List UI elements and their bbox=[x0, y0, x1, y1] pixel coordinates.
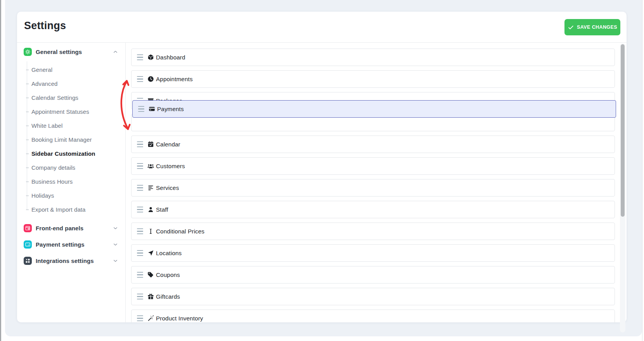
sidebar-item-advanced[interactable]: Advanced bbox=[31, 80, 58, 88]
drag-handle-icon[interactable] bbox=[137, 228, 143, 234]
sidebar-item-export-import-data[interactable]: Export & Import data bbox=[31, 206, 86, 214]
staff-icon bbox=[147, 206, 154, 213]
chevron-up-icon bbox=[113, 49, 118, 55]
menu-row-label: Dashboard bbox=[156, 54, 185, 61]
tree-tick bbox=[26, 125, 29, 126]
payments-icon bbox=[149, 106, 155, 112]
drag-handle-icon[interactable] bbox=[137, 250, 143, 256]
menu-row-dashboard[interactable]: Dashboard bbox=[131, 49, 615, 66]
coupons-icon bbox=[147, 271, 154, 278]
menu-row-payments-dragging[interactable]: Payments bbox=[132, 100, 616, 118]
menu-row-label: Staff bbox=[156, 206, 168, 213]
tree-tick bbox=[26, 153, 29, 154]
sidebar-group-label: Payment settings bbox=[36, 241, 85, 248]
sidebar-item-booking-limit-manager[interactable]: Booking Limit Manager bbox=[31, 136, 92, 144]
menu-row-product-inventory[interactable]: Product Inventory bbox=[131, 310, 615, 322]
gear-icon bbox=[24, 48, 32, 56]
tree-tick bbox=[26, 111, 29, 112]
settings-card: Settings SAVE CHANGES General settingsGe… bbox=[17, 12, 627, 322]
menu-row-services[interactable]: Services bbox=[131, 179, 615, 197]
card-header: Settings SAVE CHANGES bbox=[17, 12, 627, 43]
drag-handle-icon[interactable] bbox=[138, 106, 144, 112]
menu-row-coupons[interactable]: Coupons bbox=[131, 266, 615, 284]
save-button-label: SAVE CHANGES bbox=[577, 24, 617, 30]
menu-row-label: Giftcards bbox=[156, 293, 180, 300]
sidebar-item-appointment-statuses[interactable]: Appointment Statuses bbox=[31, 108, 89, 116]
menu-row-appointments[interactable]: Appointments bbox=[131, 70, 615, 88]
tree-tick bbox=[26, 97, 29, 98]
tree-tick bbox=[26, 70, 29, 70]
sidebar-group-front-end-panels[interactable]: Front-end panels bbox=[17, 223, 125, 234]
scrollbar-thumb[interactable] bbox=[621, 44, 625, 217]
drag-handle-icon[interactable] bbox=[137, 272, 143, 278]
drag-handle-icon[interactable] bbox=[137, 207, 143, 212]
conditional-prices-icon bbox=[147, 228, 154, 235]
drag-handle-icon[interactable] bbox=[137, 54, 143, 60]
sidebar-group-label: Front-end panels bbox=[36, 225, 83, 231]
menu-row-locations[interactable]: Locations bbox=[131, 244, 615, 262]
menu-row-customers[interactable]: Customers bbox=[131, 157, 615, 175]
menu-row-label: Appointments bbox=[156, 76, 193, 82]
giftcards-icon bbox=[147, 293, 154, 300]
sidebar-item-company-details[interactable]: Company details bbox=[31, 164, 75, 172]
menu-row-label: Conditional Prices bbox=[156, 228, 204, 235]
menu-row-label: Product Inventory bbox=[156, 315, 203, 322]
sidebar-group-label: General settings bbox=[36, 49, 82, 55]
drag-handle-icon[interactable] bbox=[137, 294, 143, 299]
window-edge-left bbox=[0, 0, 1, 341]
settings-page: Settings SAVE CHANGES General settingsGe… bbox=[0, 0, 644, 341]
appointments-icon bbox=[147, 76, 154, 82]
tree-tick bbox=[26, 84, 29, 84]
sidebar-item-general[interactable]: General bbox=[31, 66, 52, 74]
calendar-icon bbox=[147, 141, 154, 148]
sidebar-item-holidays[interactable]: Holidays bbox=[31, 192, 54, 200]
window-edge-right bbox=[642, 0, 642, 341]
save-changes-button[interactable]: SAVE CHANGES bbox=[564, 19, 620, 35]
drag-handle-icon[interactable] bbox=[137, 141, 143, 147]
sidebar-item-business-hours[interactable]: Business Hours bbox=[31, 178, 73, 186]
product-inventory-icon bbox=[147, 315, 154, 322]
sidebar-nav: General settingsGeneralAdvancedCalendar … bbox=[17, 43, 125, 322]
services-icon bbox=[147, 184, 154, 191]
chevron-down-icon bbox=[113, 258, 118, 264]
check-icon bbox=[568, 24, 574, 31]
menu-row-label: Payments bbox=[157, 106, 184, 112]
sidebar-item-white-label[interactable]: White Label bbox=[31, 122, 62, 130]
chevron-down-icon bbox=[113, 242, 118, 247]
tree-tick bbox=[26, 195, 29, 196]
frontend-panels-icon bbox=[24, 224, 32, 232]
sidebar-group-label: Integrations settings bbox=[36, 257, 94, 264]
drag-handle-icon[interactable] bbox=[137, 185, 143, 191]
menu-row-giftcards[interactable]: Giftcards bbox=[131, 288, 615, 305]
drag-handle-icon[interactable] bbox=[137, 163, 143, 169]
locations-icon bbox=[147, 250, 154, 256]
page-title: Settings bbox=[24, 20, 66, 32]
menu-row-label: Calendar bbox=[156, 141, 180, 148]
menu-row-calendar[interactable]: Calendar bbox=[131, 136, 615, 153]
chevron-down-icon bbox=[113, 225, 118, 231]
tree-tick bbox=[26, 167, 29, 168]
integrations-icon bbox=[24, 257, 32, 265]
payment-card-icon bbox=[24, 240, 32, 249]
tree-tick bbox=[26, 209, 29, 210]
dashboard-icon bbox=[147, 54, 154, 61]
drag-handle-icon[interactable] bbox=[137, 76, 143, 82]
tree-tick bbox=[26, 139, 29, 140]
menu-row-staff[interactable]: Staff bbox=[131, 201, 615, 218]
sidebar-item-sidebar-customization[interactable]: Sidebar Customization bbox=[31, 150, 95, 158]
drag-handle-icon[interactable] bbox=[137, 315, 143, 321]
tree-tick bbox=[26, 181, 29, 182]
customers-icon bbox=[147, 163, 154, 169]
sidebar-item-calendar-settings[interactable]: Calendar Settings bbox=[31, 94, 78, 102]
sidebar-group-general-settings[interactable]: General settings bbox=[17, 47, 125, 57]
sidebar-group-integrations-settings[interactable]: Integrations settings bbox=[17, 255, 125, 266]
menu-row-label: Coupons bbox=[156, 271, 180, 278]
menu-row-label: Locations bbox=[156, 250, 182, 256]
menu-row-label: Services bbox=[156, 184, 179, 191]
menu-row-label: Customers bbox=[156, 163, 185, 169]
scrollbar-track[interactable] bbox=[620, 43, 625, 332]
menu-row-conditional-prices[interactable]: Conditional Prices bbox=[131, 223, 615, 240]
drag-direction-arrow bbox=[118, 76, 133, 134]
sidebar-group-payment-settings[interactable]: Payment settings bbox=[17, 239, 125, 250]
